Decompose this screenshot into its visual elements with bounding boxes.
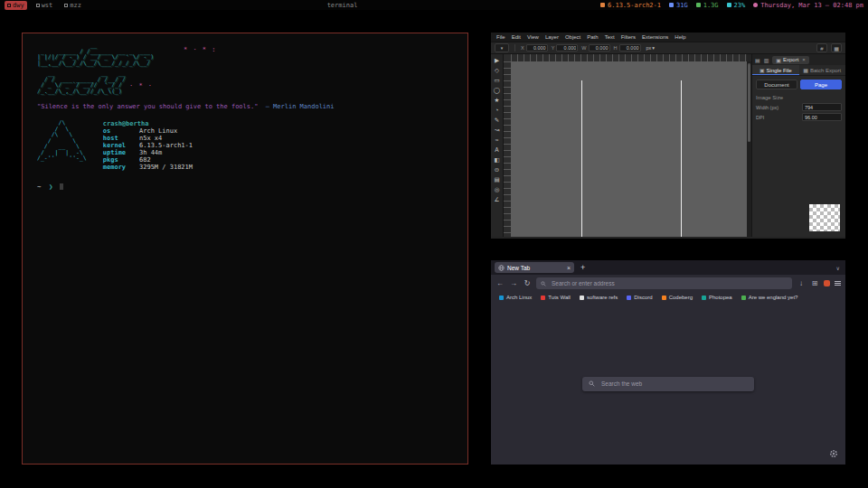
- favicon: [499, 296, 504, 300]
- bookmark-tuts-wall[interactable]: Tuts Wall: [541, 295, 571, 300]
- menu-filters[interactable]: Filters: [621, 34, 636, 40]
- search-icon: [541, 281, 546, 286]
- width-row: Width (px): [752, 102, 845, 112]
- display-mode-icon[interactable]: ▦: [831, 43, 842, 52]
- dock-panel-icon-2[interactable]: ▥: [764, 57, 769, 63]
- extensions-icon[interactable]: ⊞: [810, 279, 819, 287]
- workspace-item-dwy[interactable]: dwy: [5, 1, 27, 10]
- canvas-zone: [504, 54, 751, 237]
- export-mode-tabs: ▣ Single File ▦ Batch Export: [752, 65, 845, 76]
- dpi-input[interactable]: [802, 113, 842, 121]
- export-dock-tab[interactable]: ▣ Export ×: [772, 56, 809, 64]
- bookmark-software-refs[interactable]: software refs: [580, 295, 618, 300]
- clock-icon: [753, 3, 758, 7]
- web-search-bar[interactable]: [582, 377, 754, 391]
- tool-selector-icon[interactable]: ▶: [493, 56, 502, 64]
- x-field: X: [521, 44, 548, 52]
- dock-panel-icon-1[interactable]: ▤: [755, 57, 760, 63]
- menu-path[interactable]: Path: [587, 34, 598, 40]
- menu-file[interactable]: File: [496, 34, 505, 40]
- x-input[interactable]: [526, 44, 548, 52]
- width-input[interactable]: [802, 103, 842, 111]
- menu-object[interactable]: Object: [565, 34, 580, 40]
- y-input[interactable]: [556, 44, 578, 52]
- memory-icon: [696, 3, 701, 7]
- tool-pencil-icon[interactable]: ✎: [493, 116, 502, 124]
- tool-spiral-icon[interactable]: ◔: [493, 106, 502, 114]
- single-file-icon: ▣: [760, 67, 765, 73]
- shell-prompt[interactable]: ~ ❯: [37, 183, 457, 191]
- workspace-icon: [36, 4, 40, 7]
- tab-single-file[interactable]: ▣ Single File: [752, 65, 799, 75]
- chevron-down-icon: ▾: [652, 45, 655, 51]
- tool-dropper-icon[interactable]: ⊙: [493, 165, 502, 174]
- menu-layer[interactable]: Layer: [545, 34, 559, 40]
- back-button[interactable]: ←: [495, 279, 505, 287]
- inkscape-window[interactable]: File Edit View Layer Object Path Text Fi…: [491, 33, 845, 239]
- tool-calligraphy-icon[interactable]: ≈: [493, 136, 502, 144]
- scrollbar-thumb[interactable]: [748, 63, 750, 142]
- browser-window[interactable]: New Tab × + ∨ ← → ↻ ↓ ⊞ Arch Linux Tuts …: [491, 260, 845, 465]
- workspace-item-wst[interactable]: wst: [33, 1, 56, 10]
- tab-batch-export[interactable]: ▦ Batch Export: [799, 65, 846, 75]
- units-dropdown[interactable]: px ▾: [646, 45, 656, 51]
- menu-icon[interactable]: [835, 281, 841, 286]
- downloads-icon[interactable]: ↓: [797, 279, 806, 287]
- document-button[interactable]: Document: [756, 80, 797, 89]
- tab-bar: New Tab × + ∨: [491, 260, 845, 275]
- w-input[interactable]: [589, 44, 610, 52]
- clock-module: Thursday, Mar 13 — 02:48 pm: [753, 2, 863, 9]
- canvas[interactable]: [511, 61, 747, 237]
- workspace-item-mzz[interactable]: mzz: [61, 1, 84, 10]
- new-tab-button[interactable]: +: [579, 264, 587, 272]
- menu-extensions[interactable]: Extensions: [642, 34, 668, 40]
- terminal-window[interactable]: __ _ _____ / /______ __ _ ___ | |/|/ / -…: [22, 33, 468, 465]
- tool-gradient-icon[interactable]: ◧: [493, 155, 502, 164]
- tool-paint-bucket-icon[interactable]: ▤: [493, 175, 502, 183]
- workspace-icon: [64, 4, 68, 7]
- tab-new-tab[interactable]: New Tab ×: [495, 262, 574, 273]
- forward-button[interactable]: →: [509, 279, 518, 287]
- user-host: crash@bertha: [103, 120, 193, 127]
- close-tab-icon[interactable]: ×: [567, 265, 571, 271]
- menu-help[interactable]: Help: [675, 34, 685, 40]
- bookmark-discord[interactable]: Discord: [627, 295, 652, 300]
- focused-window-title: terminal: [84, 2, 600, 9]
- bookmark-arch-linux[interactable]: Arch Linux: [499, 295, 532, 300]
- cursor: [60, 183, 63, 190]
- ublock-icon[interactable]: [824, 280, 830, 286]
- tool-star-icon[interactable]: ★: [493, 96, 502, 104]
- web-search-input[interactable]: [599, 380, 748, 388]
- tool-rectangle-icon[interactable]: ▭: [493, 76, 502, 84]
- fetch-row-pkgs: pkgs 682: [103, 156, 193, 164]
- h-field: H: [614, 44, 641, 52]
- bookmark-photopea[interactable]: Photopea: [702, 295, 732, 300]
- quote-line: "Silence is the only answer you should g…: [37, 103, 457, 110]
- list-all-tabs-icon[interactable]: ∨: [836, 265, 842, 271]
- tool-node-editor-icon[interactable]: ◇: [493, 66, 502, 74]
- menu-text[interactable]: Text: [605, 34, 615, 40]
- toolbar-separator: [514, 44, 515, 52]
- personalize-gear-icon[interactable]: [829, 449, 838, 458]
- address-bar[interactable]: [536, 277, 792, 289]
- bookmark-are-we-england-yet[interactable]: Are we england yet?: [741, 295, 798, 300]
- page-button[interactable]: Page: [800, 80, 842, 89]
- menu-edit[interactable]: Edit: [512, 34, 521, 40]
- address-input[interactable]: [550, 279, 788, 287]
- menu-bar: File Edit View Layer Object Path Text Fi…: [491, 33, 845, 42]
- w-field: W: [581, 44, 609, 52]
- tool-ellipse-icon[interactable]: ◯: [493, 86, 502, 94]
- selection-mode-dropdown[interactable]: ▾: [495, 43, 509, 52]
- tool-text-icon[interactable]: A: [493, 145, 502, 154]
- tool-bezier-pen-icon[interactable]: ↝: [493, 126, 502, 134]
- tool-measure-icon[interactable]: ∠: [493, 195, 502, 203]
- reload-button[interactable]: ↻: [523, 279, 532, 287]
- snap-controls-icon[interactable]: #: [816, 43, 827, 52]
- workspace-icon: [7, 4, 11, 7]
- close-icon[interactable]: ×: [802, 57, 806, 62]
- bookmark-codeberg[interactable]: Codeberg: [662, 295, 693, 300]
- menu-view[interactable]: View: [527, 34, 539, 40]
- tool-zoom-icon[interactable]: ◎: [493, 185, 502, 193]
- export-dock: ▤ ▥ ▣ Export × ▣ Single File ▦ Batch Exp…: [751, 54, 845, 237]
- h-input[interactable]: [619, 44, 641, 52]
